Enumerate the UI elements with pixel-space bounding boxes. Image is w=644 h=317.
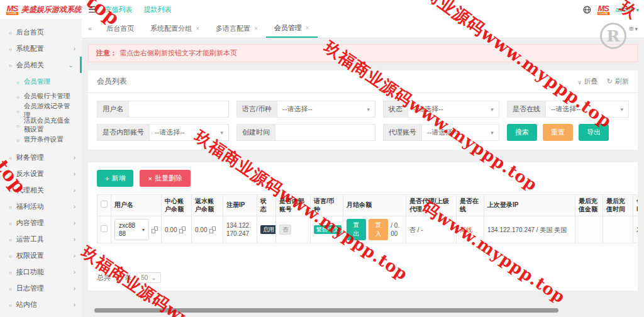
- circle-icon: [9, 235, 12, 243]
- tab-scroll-left-icon[interactable]: [82, 19, 98, 38]
- tab-member-manage[interactable]: 会员管理: [266, 19, 318, 38]
- sidebar-item-label: 会员相关: [16, 60, 44, 70]
- sidebar-item-label: 财务管理: [16, 153, 44, 162]
- circle-icon: [16, 92, 19, 100]
- sidebar-item-content[interactable]: 内容管理: [0, 214, 82, 231]
- sidebar-item-welfare[interactable]: 福利活动: [0, 198, 82, 214]
- horizontal-scrollbar[interactable]: [94, 308, 558, 313]
- sidebar-item-active-member-recharge[interactable]: 活跃会员充值金额设置: [0, 118, 82, 132]
- online-select[interactable]: --请选择--: [545, 101, 629, 118]
- chevron-right-icon: [74, 236, 75, 243]
- sidebar-item-label: 权限设置: [16, 251, 44, 260]
- refresh-button[interactable]: 刷新: [607, 77, 629, 86]
- tab-list-menu-icon[interactable]: [623, 19, 644, 38]
- collapse-button[interactable]: 折叠: [577, 77, 598, 86]
- circle-icon: [16, 136, 19, 143]
- tab-system-config-group[interactable]: 系统配置分组: [142, 19, 208, 38]
- close-icon[interactable]: [254, 25, 258, 32]
- tab-dashboard[interactable]: 后台首页: [98, 19, 142, 38]
- export-button[interactable]: 导出: [579, 124, 609, 141]
- col-language: 语言/币种: [311, 195, 343, 216]
- nav-withdraw-list[interactable]: 提款列表: [144, 5, 172, 14]
- add-button[interactable]: 新增: [97, 170, 133, 187]
- sidebar-item-label: 晋升条件设置: [24, 135, 64, 144]
- sidebar-item-operation-tools[interactable]: 运营工具: [0, 231, 82, 247]
- filter-online: 是否在线 --请选择--: [507, 101, 629, 118]
- globe-icon[interactable]: [583, 6, 591, 14]
- chevron-right-icon: [74, 285, 75, 292]
- chevron-right-icon: [74, 301, 75, 308]
- sidebar-item-label: 活跃会员充值金额设置: [24, 116, 75, 134]
- batch-delete-button[interactable]: 批量删除: [140, 170, 190, 187]
- copy-icon[interactable]: [152, 226, 158, 233]
- status-select[interactable]: --请选择--: [408, 101, 499, 118]
- close-icon[interactable]: [196, 25, 199, 32]
- cell-register-ip: 134.122.170.247: [223, 216, 257, 243]
- chevron-right-icon: [74, 252, 75, 259]
- batch-delete-label: 批量删除: [155, 174, 182, 183]
- notice-bar: 注意：需点击右侧刷新按钮文字才能刷新本页: [88, 44, 638, 62]
- sidebar-item-rebate[interactable]: 反水设置: [0, 165, 82, 182]
- sidebar-item-message[interactable]: 站内信: [0, 296, 82, 313]
- chevron-down-icon: [636, 6, 639, 13]
- ms-logo-sub: GAME: [597, 12, 609, 15]
- username-input[interactable]: [128, 101, 229, 118]
- select-value: --请选择--: [282, 104, 313, 114]
- created-time-input[interactable]: [275, 124, 375, 141]
- top-nav: 充值列表 提款列表: [105, 5, 172, 14]
- sidebar-item-log[interactable]: 日志管理: [0, 280, 82, 296]
- header-select-all: [97, 195, 111, 216]
- close-icon[interactable]: [306, 25, 309, 31]
- refresh-icon: [607, 77, 613, 86]
- agent-select[interactable]: --请选择--: [421, 124, 499, 141]
- admin-user-menu[interactable]: admin: [616, 6, 640, 13]
- sidebar-item-finance[interactable]: 财务管理: [0, 149, 82, 165]
- chevron-down-icon: [367, 106, 370, 113]
- sidebar-item-promotion-condition[interactable]: 晋升条件设置: [0, 132, 82, 147]
- circle-icon: [9, 268, 12, 275]
- chevron-down-icon: [69, 62, 74, 69]
- sidebar-item-agent[interactable]: 代理相关: [0, 182, 82, 198]
- brand-logo[interactable]: MS GAME 美盛娱乐游戏系统: [0, 0, 82, 19]
- search-button[interactable]: 搜索: [507, 124, 537, 141]
- select-all-checkbox[interactable]: [101, 201, 108, 208]
- col-month-balance: 月结余额: [343, 195, 406, 216]
- sidebar-item-dashboard[interactable]: 后台首页: [0, 24, 82, 40]
- copy-icon[interactable]: [179, 226, 186, 233]
- row-checkbox[interactable]: [101, 225, 108, 232]
- sidebar-item-label: 内容管理: [16, 218, 44, 228]
- filter-label: 代理账号: [383, 124, 421, 141]
- reset-button[interactable]: 重置: [543, 124, 573, 141]
- chevron-down-icon: [635, 25, 638, 32]
- select-value: --请选择--: [413, 104, 443, 114]
- x-icon: [148, 175, 152, 182]
- circle-icon: [9, 170, 12, 177]
- member-table: 用户名 中心账户余额 返水账户余额 注册IP 状态 是否内部账号 语言/币种 月…: [97, 194, 638, 243]
- page-size-select[interactable]: 50: [136, 272, 161, 283]
- tab-multilanguage-config[interactable]: 多语言配置: [208, 19, 266, 38]
- username-dropdown[interactable]: zxc8888: [114, 219, 149, 240]
- plus-icon: [105, 175, 109, 182]
- panel-header: 会员列表 折叠 刷新: [88, 70, 638, 93]
- circle-icon: [9, 28, 12, 36]
- cell-last-login-ip: 134.122.170.247 / 美国 美国: [484, 216, 575, 243]
- collapse-icon: [577, 78, 582, 86]
- sidebar-item-api[interactable]: 接口功能: [0, 264, 82, 280]
- filter-username: 用户名: [97, 101, 229, 118]
- transfer-in-button[interactable]: 置入: [369, 219, 388, 240]
- sidebar-item-label: 会员管理: [24, 77, 50, 86]
- collapse-label: 折叠: [584, 77, 598, 86]
- internal-select[interactable]: --请选择--: [149, 124, 229, 141]
- notice-prefix: 注意：: [96, 49, 117, 57]
- sidebar-item-member-related[interactable]: 会员相关: [0, 57, 82, 73]
- transfer-out-button[interactable]: 置出: [347, 219, 366, 240]
- chevron-right-icon: [74, 45, 75, 52]
- sidebar-item-member-manage[interactable]: 会员管理: [0, 74, 82, 89]
- sidebar-item-label: 日志管理: [16, 284, 44, 293]
- nav-recharge-list[interactable]: 充值列表: [105, 5, 133, 14]
- copy-icon[interactable]: [209, 226, 216, 233]
- sidebar-item-permission[interactable]: 权限设置: [0, 247, 82, 264]
- language-select[interactable]: --请选择--: [277, 101, 375, 118]
- sidebar-item-system-config[interactable]: 系统配置: [0, 40, 82, 57]
- hamburger-menu-icon[interactable]: [88, 4, 96, 14]
